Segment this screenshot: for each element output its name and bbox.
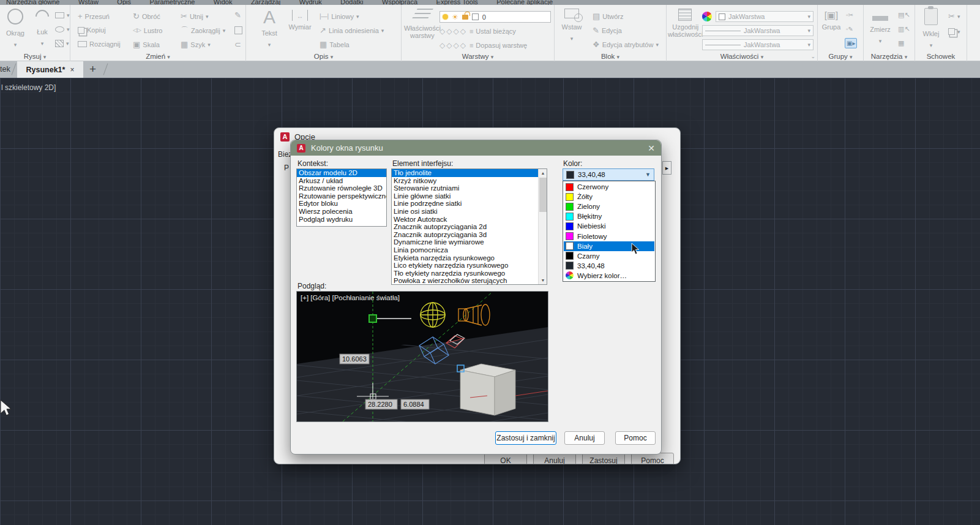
panel-label-opis[interactable]: Opis ▾ bbox=[246, 53, 401, 60]
panel-label-wlasciwosci[interactable]: Właściwości ▾ bbox=[667, 53, 817, 60]
lineweight-combo[interactable]: JakWarstwa▾ bbox=[702, 39, 814, 50]
scroll-up-icon[interactable]: ▲ bbox=[539, 169, 547, 177]
scroll-down-icon[interactable]: ▼ bbox=[539, 276, 547, 284]
copy-button[interactable]: Kopiuj bbox=[78, 26, 106, 34]
array-button[interactable]: ▦Szyk▾ bbox=[181, 40, 211, 48]
list-item[interactable]: Tło etykiety narzędzia rysunkowego bbox=[392, 270, 547, 278]
edit-attributes-button[interactable]: ❖Edycja atrybutów▾ bbox=[593, 40, 659, 48]
list-item[interactable]: Lico etykiety narzędzia rysunkowego bbox=[392, 262, 547, 270]
list-item[interactable]: Znacznik autoprzyciągania 2d bbox=[392, 223, 547, 231]
insert-block-button[interactable]: Wstaw▾ bbox=[558, 9, 585, 43]
rectangle-button[interactable]: ▾ bbox=[55, 12, 70, 18]
panel-label-rysuj[interactable]: Rysuj ▾ bbox=[0, 53, 70, 60]
ribbon-tab[interactable]: Opis bbox=[117, 0, 131, 5]
list-item[interactable]: Arkusz / układ bbox=[297, 177, 386, 185]
edit-block-button[interactable]: ✎Edycja bbox=[593, 26, 622, 34]
ribbon-tab[interactable]: Narzędzia główne bbox=[6, 0, 59, 5]
panel-label-narzedzia[interactable]: Narzędzia ▾ bbox=[864, 53, 915, 60]
group-button[interactable]: [▣] Grupa bbox=[819, 10, 843, 32]
hatch-button[interactable]: ▾ bbox=[55, 40, 69, 47]
color-option[interactable]: Żółty bbox=[564, 192, 654, 202]
ribbon-tab[interactable]: Wstaw bbox=[78, 0, 99, 5]
options-arrow-button[interactable]: ▶ bbox=[662, 161, 671, 175]
element-scrollbar[interactable]: ▲ ▼ bbox=[538, 169, 547, 284]
matchprops-button[interactable]: ✎ bbox=[234, 11, 241, 19]
color-option[interactable]: Niebieski bbox=[564, 221, 654, 231]
ungroup-button[interactable]: ▫✂ bbox=[846, 11, 853, 19]
quickselect-button[interactable]: ▤↖ bbox=[898, 11, 910, 19]
list-item[interactable]: Linie główne siatki bbox=[392, 192, 547, 200]
layer-tools-row2[interactable]: ◇◇◇◇ ≡Dopasuj warstwę bbox=[440, 41, 527, 50]
list-item[interactable]: Podgląd wydruku bbox=[297, 216, 386, 224]
copy-clip-button[interactable]: ▾ bbox=[948, 28, 960, 35]
ribbon-tab[interactable]: Zarządzaj bbox=[251, 0, 280, 5]
calculator-button[interactable]: ▦ bbox=[898, 39, 904, 47]
scrollbar-thumb[interactable] bbox=[539, 178, 547, 212]
color-combobox[interactable]: 33,40,48 ▼ bbox=[563, 168, 654, 181]
leader-button[interactable]: ↗Linia odniesienia▾ bbox=[320, 26, 384, 34]
match-properties-button[interactable]: Uzgodnij właściwości bbox=[668, 9, 702, 39]
list-item[interactable]: Wiersz polecenia bbox=[297, 208, 386, 216]
ribbon-tab[interactable]: Express Tools bbox=[436, 0, 478, 5]
list-item[interactable]: Dynamiczne linie wymiarowe bbox=[392, 238, 547, 246]
paste-button[interactable]: Wklej▾ bbox=[918, 8, 944, 50]
ribbon-tab[interactable]: Wydruk bbox=[299, 0, 322, 5]
fillet-button[interactable]: ⌒Zaokrąglij▾ bbox=[181, 26, 225, 34]
list-item[interactable]: Rzutowanie równoległe 3D bbox=[297, 184, 386, 192]
color-option-select-color[interactable]: Wybierz kolor… bbox=[564, 271, 654, 281]
text-button[interactable]: A Tekst▾ bbox=[257, 7, 282, 49]
stretch-button[interactable]: Rozciągnij bbox=[78, 40, 121, 48]
panel-label-zmien[interactable]: Zmień ▾ bbox=[70, 53, 245, 60]
list-item[interactable]: Znacznik autoprzyciągania 3d bbox=[392, 231, 547, 239]
rotate-button[interactable]: ↻Obróć bbox=[133, 12, 160, 20]
panel-label-blok[interactable]: Blok ▾ bbox=[555, 53, 666, 60]
list-item[interactable]: Linie podrzędne siatki bbox=[392, 200, 547, 208]
list-item[interactable]: Krzyż nitkowy bbox=[392, 177, 547, 185]
color-option[interactable]: Fioletowy bbox=[564, 231, 654, 241]
tab-close-icon[interactable]: × bbox=[70, 66, 74, 74]
layer-properties-button[interactable]: Właściwości warstwy bbox=[404, 9, 440, 40]
list-item[interactable]: Etykieta narzędzia rysunkowego bbox=[392, 254, 547, 262]
cancel-button[interactable]: Anuluj bbox=[564, 431, 605, 445]
mirror-button[interactable]: ◁▷Lustro bbox=[133, 26, 162, 34]
linetype-combo[interactable]: JakWarstwa▾ bbox=[702, 25, 814, 36]
ellipse-button[interactable]: ▾ bbox=[55, 26, 70, 32]
arc-button[interactable]: Łuk▾ bbox=[32, 10, 53, 48]
color-option[interactable]: Czerwony bbox=[564, 182, 654, 192]
list-item[interactable]: Edytor bloku bbox=[297, 200, 386, 208]
ribbon-tab[interactable]: Dodatki bbox=[340, 0, 363, 5]
color-option[interactable]: Zielony bbox=[564, 202, 654, 211]
layer-combo[interactable]: ☀ 0 bbox=[440, 11, 551, 23]
close-icon[interactable]: ✕ bbox=[648, 143, 655, 153]
panel-label-grupy[interactable]: Grupy ▾ bbox=[818, 53, 863, 60]
color-option[interactable]: 33,40,48 bbox=[564, 261, 654, 271]
list-item[interactable]: Linia pomocnicza bbox=[392, 246, 547, 254]
help-button[interactable]: Pomoc bbox=[615, 431, 656, 445]
table-button[interactable]: ▦Tabela bbox=[320, 40, 350, 48]
linear-dim-button[interactable]: |—|Liniowy▾ bbox=[320, 12, 359, 20]
group-edit-button[interactable]: ▫✎ bbox=[846, 25, 853, 33]
layer-tools-row1[interactable]: ◇◇◇◇ ≡Ustal bieżący bbox=[440, 27, 516, 36]
list-item[interactable]: Tło jednolite bbox=[392, 169, 547, 177]
ribbon-tab[interactable]: Współpraca bbox=[382, 0, 417, 5]
list-item[interactable]: Powłoka z wierzchołków sterujących bbox=[392, 277, 547, 285]
scale-button[interactable]: ▣Skala bbox=[133, 40, 160, 48]
list-item[interactable]: Obszar modelu 2D bbox=[297, 169, 386, 177]
color-option[interactable]: Błękitny bbox=[564, 211, 654, 221]
explode-button[interactable] bbox=[234, 26, 242, 34]
list-item[interactable]: Sterowanie rzutniami bbox=[392, 184, 547, 192]
trim-button[interactable]: ✂Utnij▾ bbox=[181, 12, 208, 20]
panel-expander-icon[interactable]: ⌄ bbox=[810, 53, 815, 59]
ribbon-tab[interactable]: Widok bbox=[214, 0, 233, 5]
color-option-hovered[interactable]: Biały bbox=[564, 241, 654, 251]
list-item[interactable]: Rzutowanie perspektywiczne 3D bbox=[297, 192, 386, 200]
new-tab-button[interactable]: + bbox=[89, 62, 96, 76]
dimension-button[interactable]: ↔ Wymiar bbox=[284, 10, 316, 32]
create-block-button[interactable]: ▤Utwórz bbox=[593, 12, 624, 20]
ribbon-tab[interactable]: Polecane aplikacje bbox=[496, 0, 553, 5]
tab-rysunek1[interactable]: Rysunek1* × bbox=[17, 61, 83, 78]
ribbon-tab[interactable]: Parametryczne bbox=[149, 0, 195, 5]
list-item[interactable]: Wektor Autotrack bbox=[392, 216, 547, 224]
tab-start-partial[interactable]: tek bbox=[0, 65, 10, 74]
apply-and-close-button[interactable]: Zastosuj i zamknij bbox=[495, 431, 556, 445]
